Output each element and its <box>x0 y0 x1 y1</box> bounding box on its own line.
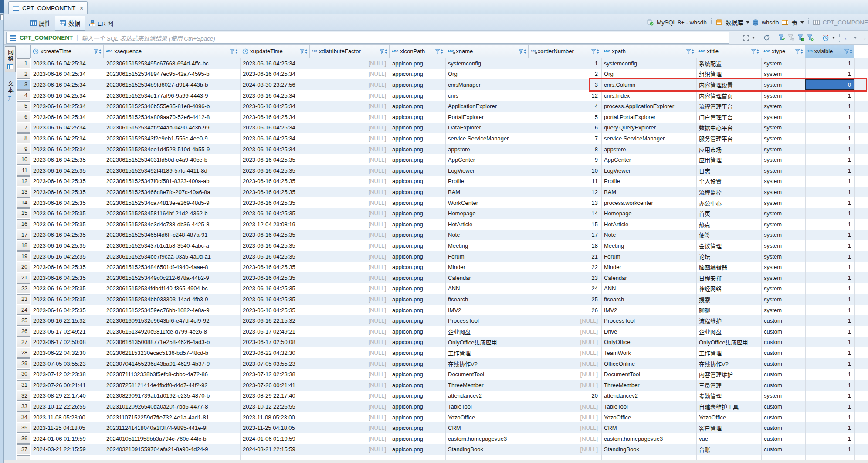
cell-xtitle[interactable]: 热点 <box>696 219 761 230</box>
cell-xcreateTime[interactable]: 2023-06-16 04:25:35 <box>31 176 104 187</box>
cell-xpath[interactable]: OnlyOffice <box>601 337 696 348</box>
cell-xtype[interactable]: custom <box>761 401 805 412</box>
cell-xtitle[interactable]: 办公中心 <box>696 197 761 208</box>
cell-xorderNumber[interactable]: [NULL] <box>529 380 601 391</box>
cell-xdistributeFactor[interactable]: [NULL] <box>310 187 390 197</box>
cell-xdistributeFactor[interactable]: [NULL] <box>310 58 390 69</box>
cell-xtype[interactable]: system <box>761 230 805 241</box>
cell-xorderNumber[interactable]: 20 <box>529 391 601 402</box>
cell-xsequence[interactable]: 20230615152534fdbdf140-f365-4904-bc <box>104 283 240 294</box>
cell-xvisible[interactable]: 1 <box>805 326 854 337</box>
schema-name[interactable]: whsdb <box>762 19 779 26</box>
cell-xtype[interactable]: system <box>761 283 805 294</box>
cell-xiconPath[interactable]: appicon.png <box>390 272 445 283</box>
cell-xupdateTime[interactable]: 2023-06-16 04:25:35 <box>240 251 310 262</box>
cell-xtitle[interactable]: 系统配置 <box>696 58 761 69</box>
cell-xvisible[interactable]: 1 <box>805 219 854 230</box>
cell-xvisible[interactable]: 1 <box>805 197 854 208</box>
expand-panel-icon[interactable] <box>743 35 749 41</box>
column-header-xpath[interactable]: ABCxpath <box>601 45 696 58</box>
cell-xiconPath[interactable]: appicon.png <box>390 123 445 133</box>
cell-xtype[interactable]: custom <box>761 412 805 423</box>
cell-xupdateTime[interactable]: 2023-06-16 04:25:35 <box>240 197 310 208</box>
cell-xorderNumber[interactable]: 24 <box>529 283 601 294</box>
row-number[interactable]: 2 <box>17 69 30 79</box>
cell-xiconPath[interactable]: appicon.png <box>390 315 445 326</box>
cell-xtitle[interactable]: 个人设置 <box>696 176 761 187</box>
cell-xorderNumber[interactable]: 12 <box>529 187 601 197</box>
row-number[interactable]: 32 <box>17 391 30 401</box>
cell-xpath[interactable]: TeamWork <box>601 347 696 358</box>
cell-xtype[interactable]: system <box>761 187 805 197</box>
cell-xorderNumber[interactable]: 23 <box>529 272 601 283</box>
cell-xsequence[interactable]: 20230615152534a809aa70-52e6-4412-8 <box>104 112 240 123</box>
cell-xpath[interactable]: Calendar <box>601 272 696 283</box>
cell-xorderNumber[interactable]: 14 <box>529 208 601 219</box>
cell-xpath[interactable]: CRM <box>601 422 696 433</box>
cell-xtitle[interactable]: 自建表维护工具 <box>696 401 761 412</box>
cell-xname[interactable]: 工作管理 <box>445 347 529 358</box>
cell-xsequence[interactable]: 202307041455236d43ba91-4629-4b37-9 <box>104 358 240 369</box>
cell-xupdateTime[interactable]: 2023-06-16 04:25:35 <box>240 176 310 187</box>
restore-panel-button[interactable] <box>0 14 3 20</box>
cell-xvisible[interactable]: 1 <box>805 305 854 316</box>
cell-xtitle[interactable]: 台账 <box>696 444 761 455</box>
refresh-icon[interactable] <box>763 34 770 41</box>
cell-xorderNumber[interactable]: 10 <box>529 165 601 176</box>
cell-xsequence[interactable]: 2023061515253465f4d6ff-c248-487a-91 <box>104 230 240 241</box>
cell-xtitle[interactable]: 门户管理平台 <box>696 112 761 123</box>
cell-xname[interactable]: 企业网盘 <box>445 326 529 337</box>
cell-xname[interactable]: Meeting <box>445 240 529 251</box>
cell-xpath[interactable]: HotArticle <box>601 219 696 230</box>
cell-xupdateTime[interactable]: 2023-08-29 22:17:40 <box>240 391 310 402</box>
cell-xtype[interactable]: system <box>761 123 805 133</box>
cell-xsequence[interactable]: 20230615152534d177af96-9a99-4443-9 <box>104 90 240 101</box>
cell-xtype[interactable]: custom <box>761 422 805 433</box>
cell-xorderNumber[interactable]: 22 <box>529 262 601 272</box>
cell-xorderNumber[interactable]: [NULL] <box>529 347 601 358</box>
cell-xdistributeFactor[interactable]: [NULL] <box>310 144 390 155</box>
database-label[interactable]: 数据库 <box>726 18 743 27</box>
cell-xorderNumber[interactable]: 8 <box>529 144 601 155</box>
cell-xtitle[interactable]: 流程监控 <box>696 187 761 197</box>
cell-xvisible[interactable]: 1 <box>805 401 854 412</box>
cell-xiconPath[interactable]: appicon.png <box>390 305 445 316</box>
cell-xsequence[interactable]: 20230615152534581164bf-21d2-4362-b <box>104 208 240 219</box>
cell-xcreateTime[interactable]: 2023-06-16 22:15:32 <box>31 315 104 326</box>
cell-xiconPath[interactable]: appicon.png <box>390 401 445 412</box>
row-number[interactable]: 36 <box>17 434 30 444</box>
row-number[interactable]: 24 <box>17 305 30 315</box>
cell-xcreateTime[interactable]: 2023-07-05 03:55:23 <box>31 358 104 369</box>
table-caret-icon[interactable] <box>800 21 804 24</box>
cell-xorderNumber[interactable]: [NULL] <box>529 433 601 444</box>
cell-xtype[interactable]: system <box>761 294 805 305</box>
cell-xname[interactable]: service.ServiceManager <box>445 133 529 144</box>
cell-xname[interactable]: WorkCenter <box>445 197 529 208</box>
cell-xdistributeFactor[interactable]: [NULL] <box>310 294 390 305</box>
cell-xsequence[interactable]: 20230615152534ee1d4523-510d-4b55-9 <box>104 144 240 155</box>
cell-xpath[interactable]: process.workcenter <box>601 197 696 208</box>
cell-xname[interactable]: CRM <box>445 422 529 433</box>
cell-xvisible[interactable]: 1 <box>805 283 854 294</box>
cell-xupdateTime[interactable]: 2023-06-22 04:32:30 <box>240 347 310 358</box>
cell-xdistributeFactor[interactable]: [NULL] <box>310 197 390 208</box>
row-number[interactable]: 28 <box>17 348 30 358</box>
row-number[interactable]: 20 <box>17 262 30 272</box>
cell-xdistributeFactor[interactable]: [NULL] <box>310 444 390 455</box>
cell-xsequence[interactable]: 20240105111958bb3a794c-760c-44fc-b <box>104 433 240 444</box>
cell-xpath[interactable]: Meeting <box>601 240 696 251</box>
cell-xtype[interactable]: system <box>761 197 805 208</box>
cell-xtype[interactable]: custom <box>761 380 805 391</box>
cell-xpath[interactable]: process.ApplicationExplorer <box>601 101 696 112</box>
cell-xsequence[interactable]: 20230711132338b3f5efc8-cbbc-4a72-86 <box>104 369 240 380</box>
cell-xupdateTime[interactable]: 2023-06-16 04:25:35 <box>240 154 310 165</box>
cell-xpath[interactable]: Drive <box>601 326 696 337</box>
row-number[interactable]: 23 <box>17 294 30 304</box>
cell-xiconPath[interactable]: appicon.png <box>390 230 445 241</box>
cell-xtitle[interactable]: 在线协作V2 <box>696 358 761 369</box>
cell-xsequence[interactable]: 202306161350088771e258-4626-4ad3-b <box>104 337 240 348</box>
row-number[interactable]: 4 <box>17 90 30 100</box>
cell-xpath[interactable]: custom.homepagevue3 <box>601 433 696 444</box>
cell-xdistributeFactor[interactable]: [NULL] <box>310 305 390 316</box>
cell-xtitle[interactable]: 内容管理首页 <box>696 90 761 101</box>
